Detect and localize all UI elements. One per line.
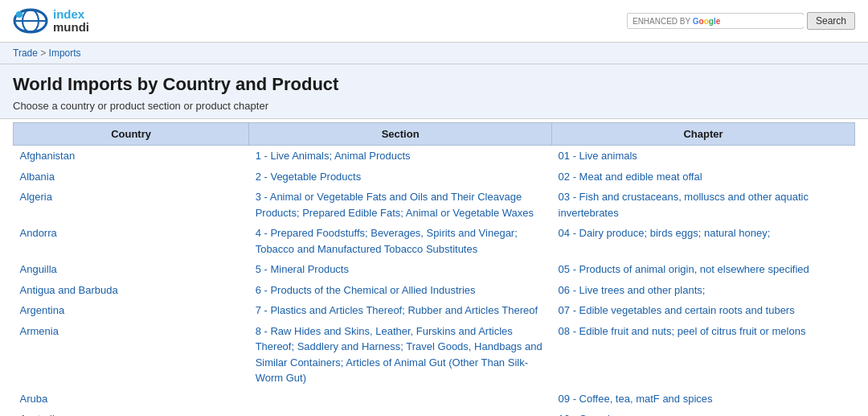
breadcrumb-imports[interactable]: Imports: [49, 47, 81, 59]
chapter-link[interactable]: 10 - Cereals: [559, 413, 616, 416]
country-cell: Australia: [14, 409, 249, 416]
table-row: Andorra4 - Prepared Foodstuffs; Beverage…: [14, 223, 855, 259]
breadcrumb-separator: >: [40, 47, 48, 59]
country-link[interactable]: Aruba: [20, 393, 48, 405]
country-cell: Anguilla: [14, 259, 249, 280]
chapter-cell: 10 - Cereals: [552, 409, 855, 416]
table-row: Armenia8 - Raw Hides and Skins, Leather,…: [14, 321, 855, 389]
chapter-link[interactable]: 02 - Meat and edible meat offal: [559, 171, 702, 183]
chapter-link[interactable]: 09 - Coffee, tea, matF and spices: [559, 393, 713, 405]
title-area: World Imports by Country and Product Cho…: [0, 64, 868, 119]
section-link[interactable]: 8 - Raw Hides and Skins, Leather, Furski…: [256, 325, 542, 385]
chapter-link[interactable]: 06 - Live trees and other plants;: [559, 284, 706, 296]
section-cell: 1 - Live Animals; Animal Products: [249, 146, 552, 167]
chapter-link[interactable]: 04 - Dairy produce; birds eggs; natural …: [559, 227, 771, 239]
chapter-cell: 08 - Edible fruit and nuts; peel of citr…: [552, 321, 855, 389]
table-row: Afghanistan1 - Live Animals; Animal Prod…: [14, 146, 855, 167]
country-cell: Algeria: [14, 187, 249, 223]
search-button[interactable]: Search: [807, 12, 855, 30]
country-link[interactable]: Albania: [20, 171, 55, 183]
col-header-chapter: Chapter: [552, 123, 855, 146]
country-cell: Armenia: [14, 321, 249, 389]
chapter-cell: 07 - Edible vegetables and certain roots…: [552, 300, 855, 321]
chapter-cell: 05 - Products of animal origin, not else…: [552, 259, 855, 280]
table-body: Afghanistan1 - Live Animals; Animal Prod…: [14, 146, 855, 417]
table-row: Algeria3 - Animal or Vegetable Fats and …: [14, 187, 855, 223]
section-cell: [249, 409, 552, 416]
chapter-cell: 09 - Coffee, tea, matF and spices: [552, 389, 855, 410]
section-cell: 5 - Mineral Products: [249, 259, 552, 280]
table-row: Anguilla5 - Mineral Products05 - Product…: [14, 259, 855, 280]
table-row: Albania2 - Vegetable Products02 - Meat a…: [14, 167, 855, 187]
section-link[interactable]: 3 - Animal or Vegetable Fats and Oils an…: [256, 191, 534, 219]
section-cell: 8 - Raw Hides and Skins, Leather, Furski…: [249, 321, 552, 389]
table-row: Antigua and Barbuda6 - Products of the C…: [14, 280, 855, 301]
country-link[interactable]: Antigua and Barbuda: [20, 284, 118, 296]
country-link[interactable]: Armenia: [20, 325, 59, 337]
col-header-section: Section: [249, 123, 552, 146]
section-link[interactable]: 6 - Products of the Chemical or Allied I…: [256, 284, 476, 296]
page-title: World Imports by Country and Product: [13, 74, 855, 95]
section-link[interactable]: 1 - Live Animals; Animal Products: [256, 150, 411, 162]
chapter-cell: 01 - Live animals: [552, 146, 855, 167]
logo-icon: [13, 6, 48, 35]
google-search-box: ENHANCED BY Google: [627, 13, 804, 29]
table-row: Australia10 - Cereals: [14, 409, 855, 416]
country-link[interactable]: Algeria: [20, 191, 52, 203]
country-link[interactable]: Anguilla: [20, 263, 57, 275]
table-row: Argentina7 - Plastics and Articles There…: [14, 300, 855, 321]
country-cell: Afghanistan: [14, 146, 249, 167]
chapter-cell: 02 - Meat and edible meat offal: [552, 167, 855, 187]
chapter-cell: 06 - Live trees and other plants;: [552, 280, 855, 301]
logo-area[interactable]: index mundi: [13, 6, 89, 35]
table-header-row: Country Section Chapter: [14, 123, 855, 146]
country-cell: Antigua and Barbuda: [14, 280, 249, 301]
main-content: Country Section Chapter Afghanistan1 - L…: [0, 122, 868, 416]
country-cell: Argentina: [14, 300, 249, 321]
country-link[interactable]: Argentina: [20, 304, 65, 316]
section-link[interactable]: 5 - Mineral Products: [256, 263, 349, 275]
search-area: ENHANCED BY Google Search: [627, 12, 855, 30]
section-link[interactable]: 7 - Plastics and Articles Thereof; Rubbe…: [256, 304, 538, 316]
section-cell: 2 - Vegetable Products: [249, 167, 552, 187]
section-link[interactable]: 4 - Prepared Foodstuffs; Beverages, Spir…: [256, 227, 518, 255]
breadcrumb: Trade > Imports: [0, 43, 868, 64]
country-link[interactable]: Andorra: [20, 227, 57, 239]
section-cell: 3 - Animal or Vegetable Fats and Oils an…: [249, 187, 552, 223]
page-subtitle: Choose a country or product section or p…: [13, 100, 855, 112]
data-table: Country Section Chapter Afghanistan1 - L…: [13, 122, 855, 416]
country-cell: Albania: [14, 167, 249, 187]
country-link[interactable]: Australia: [20, 413, 61, 416]
chapter-link[interactable]: 07 - Edible vegetables and certain roots…: [559, 304, 795, 316]
chapter-cell: 03 - Fish and crustaceans, molluscs and …: [552, 187, 855, 223]
chapter-link[interactable]: 08 - Edible fruit and nuts; peel of citr…: [559, 325, 806, 337]
breadcrumb-trade[interactable]: Trade: [13, 47, 38, 59]
chapter-link[interactable]: 01 - Live animals: [559, 150, 637, 162]
section-cell: 6 - Products of the Chemical or Allied I…: [249, 280, 552, 301]
table-row: Aruba09 - Coffee, tea, matF and spices: [14, 389, 855, 410]
chapter-cell: 04 - Dairy produce; birds eggs; natural …: [552, 223, 855, 259]
chapter-link[interactable]: 03 - Fish and crustaceans, molluscs and …: [559, 191, 809, 219]
col-header-country: Country: [14, 123, 249, 146]
logo-text: index mundi: [53, 8, 89, 35]
country-cell: Aruba: [14, 389, 249, 410]
section-cell: [249, 389, 552, 410]
country-link[interactable]: Afghanistan: [20, 150, 76, 162]
google-label: ENHANCED BY Google: [633, 17, 720, 26]
section-cell: 7 - Plastics and Articles Thereof; Rubbe…: [249, 300, 552, 321]
section-link[interactable]: 2 - Vegetable Products: [256, 171, 362, 183]
country-cell: Andorra: [14, 223, 249, 259]
header: index mundi ENHANCED BY Google Search: [0, 0, 868, 43]
section-cell: 4 - Prepared Foodstuffs; Beverages, Spir…: [249, 223, 552, 259]
chapter-link[interactable]: 05 - Products of animal origin, not else…: [559, 263, 809, 275]
